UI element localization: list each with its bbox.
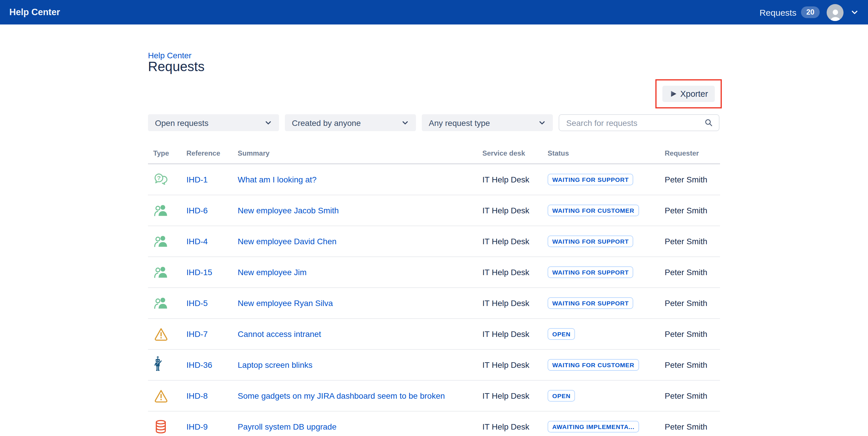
requester-cell: Peter Smith: [665, 298, 720, 308]
navbar-right: Requests 20: [760, 4, 859, 21]
chevron-down-icon: [265, 119, 272, 126]
database-icon: [153, 419, 168, 434]
svg-text:?: ?: [157, 174, 161, 181]
request-summary-link[interactable]: New employee Jacob Smith: [238, 206, 339, 215]
chevron-down-icon[interactable]: [850, 8, 859, 16]
status-badge: WAITING FOR CUSTOMER: [548, 205, 639, 216]
requester-cell: Peter Smith: [665, 237, 720, 246]
request-summary-link[interactable]: Payroll system DB upgrade: [238, 422, 336, 431]
new-employee-icon: [153, 296, 169, 310]
table-row: IHD-36 Laptop screen blinks IT Help Desk…: [148, 350, 720, 381]
request-summary-link[interactable]: New employee Ryan Silva: [238, 298, 333, 308]
new-employee-icon: [153, 203, 169, 218]
page-title: Requests: [148, 59, 205, 75]
search-input[interactable]: [565, 117, 704, 128]
filter-bar: Open requests Created by anyone Any requ…: [148, 114, 719, 131]
question-icon: ?: [153, 172, 169, 187]
request-summary-link[interactable]: Laptop screen blinks: [238, 360, 313, 370]
request-reference-link[interactable]: IHD-7: [186, 329, 208, 339]
screenshot-root: Help Center Requests 20 Help Center Requ…: [0, 0, 868, 436]
table-row: IHD-4 New employee David Chen IT Help De…: [148, 226, 720, 257]
request-type-filter-value: Any request type: [429, 118, 490, 127]
play-icon: [669, 90, 677, 98]
status-filter-value: Open requests: [155, 118, 209, 127]
status-badge: OPEN: [548, 328, 575, 340]
requester-cell: Peter Smith: [665, 422, 720, 431]
request-summary-link[interactable]: New employee David Chen: [238, 237, 336, 246]
requester-cell: Peter Smith: [665, 391, 720, 401]
request-summary-link[interactable]: New employee Jim: [238, 267, 307, 277]
request-reference-link[interactable]: IHD-1: [186, 175, 208, 184]
navbar-requests-label: Requests: [760, 7, 796, 17]
request-summary-link[interactable]: Some gadgets on my JIRA dashboard seem t…: [238, 391, 445, 401]
request-summary-link[interactable]: What am I looking at?: [238, 175, 317, 184]
requester-cell: Peter Smith: [665, 360, 720, 370]
service-desk-cell: IT Help Desk: [482, 422, 548, 431]
table-row: IHD-7 Cannot access intranet IT Help Des…: [148, 319, 720, 350]
requester-cell: Peter Smith: [665, 175, 720, 184]
requester-cell: Peter Smith: [665, 329, 720, 339]
request-reference-link[interactable]: IHD-4: [186, 237, 208, 246]
person-icon: [828, 7, 842, 21]
request-reference-link[interactable]: IHD-5: [186, 298, 208, 308]
table-row: IHD-8 Some gadgets on my JIRA dashboard …: [148, 381, 720, 411]
service-desk-cell: IT Help Desk: [482, 298, 548, 308]
robot-icon: [153, 356, 163, 374]
service-desk-cell: IT Help Desk: [482, 329, 548, 339]
column-header-summary: Summary: [238, 149, 482, 157]
column-header-status: Status: [548, 149, 665, 157]
requester-cell: Peter Smith: [665, 206, 720, 215]
annotation-highlight: Xporter: [655, 79, 722, 109]
column-header-reference: Reference: [186, 149, 238, 157]
creator-filter-value: Created by anyone: [292, 118, 361, 127]
status-badge: WAITING FOR SUPPORT: [548, 297, 633, 309]
request-reference-link[interactable]: IHD-9: [186, 422, 208, 431]
navbar-requests-link[interactable]: Requests 20: [760, 6, 820, 18]
status-badge: OPEN: [548, 390, 575, 402]
service-desk-cell: IT Help Desk: [482, 360, 548, 370]
request-reference-link[interactable]: IHD-8: [186, 391, 208, 401]
table-row: ? IHD-1 What am I looking at? IT Help De…: [148, 164, 720, 195]
status-filter-dropdown[interactable]: Open requests: [148, 114, 279, 131]
requester-cell: Peter Smith: [665, 267, 720, 277]
service-desk-cell: IT Help Desk: [482, 175, 548, 184]
table-row: IHD-15 New employee Jim IT Help Desk WAI…: [148, 257, 720, 288]
status-badge: WAITING FOR SUPPORT: [548, 235, 633, 247]
request-summary-link[interactable]: Cannot access intranet: [238, 329, 321, 339]
request-reference-link[interactable]: IHD-36: [186, 360, 212, 370]
service-desk-cell: IT Help Desk: [482, 267, 548, 277]
table-header: Type Reference Summary Service desk Stat…: [148, 143, 720, 164]
navbar: Help Center Requests 20: [0, 0, 868, 25]
column-header-requester: Requester: [665, 149, 720, 157]
status-badge: WAITING FOR SUPPORT: [548, 266, 633, 278]
request-type-filter-dropdown[interactable]: Any request type: [422, 114, 553, 131]
chevron-down-icon: [401, 119, 409, 126]
chevron-down-icon: [538, 119, 546, 126]
column-header-service-desk: Service desk: [482, 149, 548, 157]
request-reference-link[interactable]: IHD-15: [186, 267, 212, 277]
service-desk-cell: IT Help Desk: [482, 391, 548, 401]
table-row: IHD-9 Payroll system DB upgrade IT Help …: [148, 411, 720, 436]
xporter-label: Xporter: [680, 89, 708, 98]
help-center-page: Help Center Requests 20 Help Center Requ…: [0, 0, 868, 436]
creator-filter-dropdown[interactable]: Created by anyone: [285, 114, 416, 131]
status-badge: WAITING FOR SUPPORT: [548, 174, 633, 185]
table-row: IHD-5 New employee Ryan Silva IT Help De…: [148, 288, 720, 319]
service-desk-cell: IT Help Desk: [482, 206, 548, 215]
new-employee-icon: [153, 265, 169, 280]
warning-icon: [153, 327, 169, 341]
navbar-title: Help Center: [9, 7, 60, 18]
warning-icon: [153, 388, 169, 403]
avatar[interactable]: [827, 4, 843, 21]
table-row: IHD-6 New employee Jacob Smith IT Help D…: [148, 195, 720, 226]
search-icon: [704, 118, 713, 127]
requests-count-badge: 20: [801, 6, 820, 18]
column-header-type: Type: [148, 149, 186, 157]
xporter-button[interactable]: Xporter: [662, 86, 715, 102]
request-reference-link[interactable]: IHD-6: [186, 206, 208, 215]
status-badge: AWAITING IMPLEMENTA...: [548, 421, 639, 433]
requests-table: Type Reference Summary Service desk Stat…: [148, 143, 720, 436]
new-employee-icon: [153, 234, 169, 249]
search-box: [559, 114, 719, 131]
status-badge: WAITING FOR CUSTOMER: [548, 359, 639, 371]
